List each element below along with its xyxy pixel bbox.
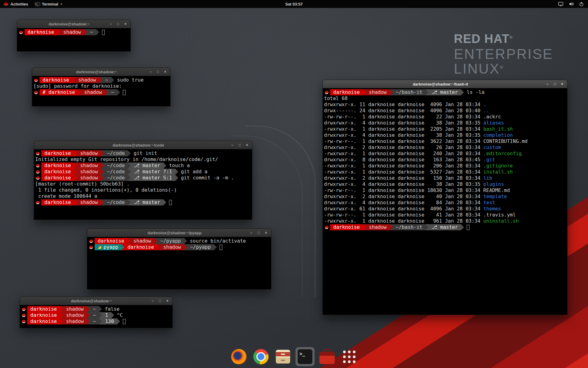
maximize-button[interactable]: □: [156, 70, 160, 74]
chrome-icon: [253, 349, 269, 364]
terminal-line: -rw-rw-r--. 1 darknoise darknoise 41 Jan…: [324, 212, 567, 218]
dock-item-files[interactable]: [273, 347, 292, 366]
redhat-prompt-icon: [89, 246, 93, 249]
output-text: drwxrwxr-x. 4 darknoise darknoise 38 Jan…: [324, 132, 483, 138]
terminal-window-code[interactable]: darknoise@shadow:~/code–□×darknoiseshado…: [34, 141, 252, 220]
terminal-content[interactable]: darknoiseshadow~sudo true[sudo] password…: [32, 76, 170, 106]
file-name: .ackrc: [483, 114, 501, 120]
window-titlebar[interactable]: darknoise@shadow:~/code–□×: [34, 141, 252, 149]
dock-item-toolbox[interactable]: [318, 347, 337, 366]
app-menu[interactable]: >_ Terminal ▼: [32, 0, 66, 8]
window-titlebar[interactable]: darknoise@shadow:~–□×: [32, 68, 170, 76]
activities-button[interactable]: Activities: [0, 0, 32, 8]
terminal-line: -rw-rw-r--. 1 darknoise darknoise 3622 J…: [324, 138, 567, 144]
grid-dot: [348, 355, 351, 358]
maximize-button[interactable]: □: [238, 143, 242, 147]
grid-dot: [353, 351, 356, 353]
window-titlebar[interactable]: darknoise@shadow:~/bash-it–□×: [323, 80, 567, 88]
window-titlebar[interactable]: darknoise@shadow:~/pyapp–□×: [87, 229, 271, 237]
window-title: darknoise@shadow:~: [29, 22, 109, 26]
terminal-window-exit-codes[interactable]: darknoise@shadow:~–□×darknoiseshadow~fal…: [20, 297, 173, 328]
minimize-button[interactable]: –: [249, 231, 253, 235]
terminal-content[interactable]: darknoiseshadow~/pyappsource bin/activat…: [87, 237, 271, 289]
terminal-window-bash-it[interactable]: darknoise@shadow:~/bash-it–□×darknoisesh…: [322, 80, 567, 315]
desktop: RED HAT® ENTERPRISE LINUX® darknoise@sha…: [0, 0, 588, 368]
clock[interactable]: Sat 03:57: [282, 0, 306, 8]
terminal-cursor: [123, 319, 126, 324]
terminal-content[interactable]: darknoiseshadow~/codegit initInitialized…: [34, 149, 252, 220]
powerline-arrow: [390, 89, 393, 95]
prompt-segment-host: shadow: [77, 150, 101, 156]
close-button[interactable]: ×: [163, 70, 167, 74]
file-name: test: [483, 200, 495, 206]
prompt-segment-host: shadow: [77, 175, 101, 181]
maximize-button[interactable]: □: [553, 82, 557, 86]
output-text: drwxrwxr-x. 8 darknoise darknoise 163 Ja…: [324, 157, 483, 163]
dock-item-app-grid[interactable]: [340, 347, 359, 366]
prompt-segment-host: shadow: [366, 224, 390, 230]
minimize-button[interactable]: –: [109, 22, 113, 26]
window-titlebar[interactable]: darknoise@shadow:~–□×: [20, 297, 172, 305]
powerline-arrow: [117, 89, 120, 95]
prompt-segment-user: darknoise: [41, 175, 74, 181]
dock-item-terminal[interactable]: >_: [296, 347, 315, 366]
prompt-segment-git: ⎇ master: [428, 89, 461, 95]
maximize-button[interactable]: □: [158, 299, 162, 303]
window-title: darknoise@shadow:~/bash-it: [335, 82, 546, 86]
prompt-segment-path: ~/bash-it: [393, 89, 426, 95]
terminal-line: -rwxrwxr-x. 1 darknoise darknoise 961 Ja…: [324, 218, 567, 224]
output-text: drwxrwxr-x. 4 darknoise darknoise 84 Jan…: [324, 200, 483, 206]
redhat-prompt-icon: [325, 91, 328, 94]
terminal-content[interactable]: darknoiseshadow~/bash-it⎇ masterls -lato…: [323, 88, 567, 315]
powerline-arrow: [99, 312, 102, 318]
close-button[interactable]: ×: [245, 143, 249, 147]
maximize-button[interactable]: □: [257, 231, 261, 235]
dock-item-firefox[interactable]: [229, 347, 248, 366]
command-text: sudo true: [117, 77, 144, 83]
power-icon[interactable]: [579, 2, 584, 6]
output-text: Initialized empty Git repository in /hom…: [35, 156, 218, 163]
chevron-down-icon: ▼: [60, 3, 62, 6]
terminal-window-sudo[interactable]: darknoise@shadow:~–□×darknoiseshadow~sud…: [32, 67, 171, 106]
terminal-line: darknoiseshadow~/code⎇ master ?:1git add…: [35, 169, 252, 175]
close-button[interactable]: ×: [123, 22, 127, 26]
prompt-segment-user: # darknoise: [40, 89, 78, 95]
file-name: uninstall.sh: [483, 218, 519, 224]
close-button[interactable]: ×: [165, 299, 169, 303]
close-button[interactable]: ×: [264, 231, 268, 235]
file-name: install.sh: [483, 169, 513, 175]
minimize-button[interactable]: –: [151, 299, 155, 303]
volume-icon[interactable]: [569, 2, 574, 6]
screen-icon[interactable]: [558, 2, 564, 6]
prompt-segment-user: darknoise: [41, 163, 74, 169]
prompt-segment-git: ⎇ master: [131, 163, 163, 169]
minimize-button[interactable]: –: [545, 82, 549, 86]
terminal-content[interactable]: darknoiseshadow~falsedarknoiseshadow~1^C…: [20, 305, 172, 328]
dock: >_: [229, 347, 359, 366]
close-button[interactable]: ×: [560, 82, 564, 86]
terminal-content[interactable]: darknoiseshadow~: [17, 28, 130, 51]
powerline-arrow: [60, 312, 63, 318]
redhat-prompt-icon: [19, 31, 23, 34]
minimize-button[interactable]: –: [149, 70, 153, 74]
grid-dot: [343, 360, 346, 363]
prompt-segment-path: ~/code: [104, 163, 128, 169]
output-text: drwxrwxr-x. 4 darknoise darknoise 38 Jan…: [324, 120, 483, 126]
window-titlebar[interactable]: darknoise@shadow:~–□×: [17, 20, 130, 28]
firefox-icon: [231, 349, 247, 364]
window-controls: –□×: [230, 143, 249, 147]
maximize-button[interactable]: □: [116, 22, 120, 26]
powerline-arrow: [214, 244, 217, 250]
terminal-window-home-1[interactable]: darknoise@shadow:~–□×darknoiseshadow~: [17, 20, 131, 52]
minimize-button[interactable]: –: [230, 143, 234, 147]
terminal-cursor: [467, 225, 469, 230]
terminal-window-pyapp[interactable]: darknoise@shadow:~/pyapp–□×darknoiseshad…: [87, 228, 271, 289]
prompt-segment-git: ⎇ master: [131, 199, 163, 205]
file-name: themes: [483, 206, 501, 212]
dock-item-chrome[interactable]: [251, 347, 270, 366]
terminal-cursor: [102, 30, 105, 35]
terminal-line: drwxrwxr-x. 2 darknoise darknoise 40 Jan…: [324, 194, 567, 200]
window-controls: –□×: [149, 70, 167, 74]
output-text: -rw-rw-r--. 1 darknoise darknoise 3622 J…: [324, 138, 483, 144]
output-text: drwxrwxr-x. 2 darknoise darknoise 150 Ja…: [324, 175, 483, 181]
